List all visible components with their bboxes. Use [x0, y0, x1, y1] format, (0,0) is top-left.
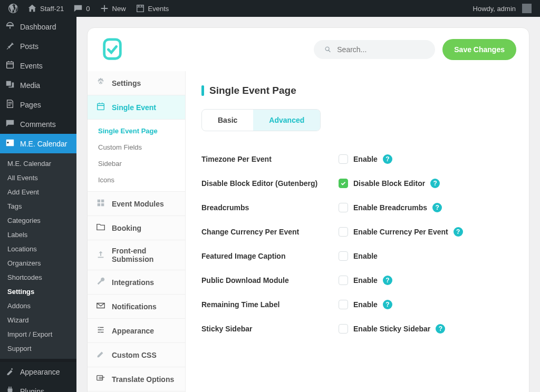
field-label: Remaining Time Label: [201, 300, 339, 309]
settings-nav-single-event[interactable]: Single Event: [88, 95, 185, 120]
wp-sub-categories[interactable]: Categories: [0, 213, 76, 228]
settings-nav-custom-css[interactable]: Custom CSS: [88, 343, 185, 367]
settings-nav-label: Front-end Submission: [112, 247, 177, 263]
wp-menu-comments[interactable]: Comments: [0, 114, 76, 134]
pin-icon: [5, 41, 15, 52]
plugins-icon: [5, 386, 15, 392]
settings-nav-integrations[interactable]: Integrations: [88, 270, 185, 295]
help-icon[interactable]: ?: [383, 154, 392, 164]
checkbox[interactable]: [339, 154, 348, 164]
wp-sub-add-event[interactable]: Add Event: [0, 185, 76, 199]
field-control: Enable Currency Per Event?: [339, 227, 463, 237]
wp-menu-label: Comments: [20, 120, 56, 129]
calendar-icon: [136, 4, 145, 13]
search-box[interactable]: [314, 40, 435, 59]
checkbox[interactable]: [339, 300, 348, 309]
search-icon: [324, 45, 332, 54]
wp-menu-label: Appearance: [20, 368, 60, 376]
wp-sub-all-events[interactable]: All Events: [0, 171, 76, 185]
wp-sub-locations[interactable]: Locations: [0, 242, 76, 256]
wp-menu-m-e-calendar[interactable]: M.E. Calendar: [0, 134, 76, 153]
settings-nav-translate-options[interactable]: Translate Options: [88, 367, 185, 391]
settings-subnav-icons[interactable]: Icons: [88, 172, 185, 188]
site-name-link[interactable]: Staff-21: [23, 0, 68, 17]
field-label: Change Currency Per Event: [201, 228, 339, 236]
wp-sub-organizers[interactable]: Organizers: [0, 256, 76, 270]
settings-subnav-custom-fields[interactable]: Custom Fields: [88, 139, 185, 155]
sliders-icon: [96, 325, 105, 336]
save-changes-button[interactable]: Save Changes: [442, 39, 516, 60]
help-icon[interactable]: ?: [430, 179, 440, 188]
folder-icon: [96, 222, 105, 233]
wp-sub-support[interactable]: Support: [0, 341, 76, 356]
checkbox[interactable]: [339, 324, 348, 334]
field-row: Featured Image CaptionEnable: [201, 244, 513, 268]
checkbox-label: Enable: [353, 155, 378, 163]
new-link[interactable]: New: [95, 0, 130, 17]
svg-rect-6: [101, 200, 104, 202]
wp-menu-media[interactable]: Media: [0, 75, 76, 95]
comments-link[interactable]: 0: [69, 0, 94, 17]
checkbox[interactable]: [339, 227, 348, 237]
checkbox[interactable]: [339, 179, 348, 188]
panel-header-right: Save Changes: [314, 39, 516, 60]
wp-sub-addons[interactable]: Addons: [0, 299, 76, 313]
settings-nav-booking[interactable]: Booking: [88, 216, 185, 240]
help-icon[interactable]: ?: [436, 324, 445, 334]
svg-point-9: [99, 327, 100, 328]
wp-sub-shortcodes[interactable]: Shortcodes: [0, 270, 76, 285]
wp-sub-import-export[interactable]: Import / Export: [0, 327, 76, 341]
wp-sub-labels[interactable]: Labels: [0, 228, 76, 242]
search-input[interactable]: [337, 45, 425, 54]
settings-nav-event-modules[interactable]: Event Modules: [88, 192, 185, 216]
settings-subnav-sidebar[interactable]: Sidebar: [88, 155, 185, 172]
wp-menu-posts[interactable]: Posts: [0, 36, 76, 56]
wp-menu-appearance[interactable]: Appearance: [0, 362, 76, 381]
main-wrap: DashboardPostsEventsMediaPagesCommentsM.…: [0, 17, 540, 392]
grid-icon: [96, 198, 105, 209]
help-icon[interactable]: ?: [383, 276, 392, 285]
svg-rect-5: [98, 200, 100, 202]
howdy-link[interactable]: Howdy, admin: [469, 0, 536, 17]
help-icon[interactable]: ?: [432, 203, 442, 212]
wp-menu-plugins[interactable]: Plugins: [0, 381, 76, 392]
settings-nav-notifications[interactable]: Notifications: [88, 295, 185, 319]
media-icon: [5, 80, 15, 91]
svg-rect-7: [98, 203, 100, 206]
settings-nav-appearance[interactable]: Appearance: [88, 319, 185, 343]
field-control: Enable Breadcrumbs?: [339, 203, 442, 212]
wp-menu-pages[interactable]: Pages: [0, 95, 76, 114]
page-title: Single Event Page: [209, 85, 296, 96]
checkbox[interactable]: [339, 203, 348, 212]
wp-menu-events[interactable]: Events: [0, 56, 76, 75]
plus-icon: [100, 4, 109, 13]
dashboard-icon: [5, 21, 15, 32]
tab-advanced[interactable]: Advanced: [253, 110, 320, 131]
checkbox[interactable]: [339, 276, 348, 285]
field-label: Public Download Module: [201, 276, 339, 285]
help-icon[interactable]: ?: [454, 227, 463, 237]
field-label: Breadcrumbs: [201, 203, 339, 212]
events-link[interactable]: Events: [131, 0, 173, 17]
wp-sub-wizard[interactable]: Wizard: [0, 313, 76, 327]
tabs: BasicAdvanced: [201, 109, 321, 131]
help-icon[interactable]: ?: [383, 300, 392, 309]
settings-panel: Save Changes SettingsSingle EventSingle …: [87, 27, 529, 392]
wp-menu-dashboard[interactable]: Dashboard: [0, 17, 76, 36]
svg-rect-0: [7, 62, 14, 68]
wp-sub-settings[interactable]: Settings: [0, 285, 76, 299]
comment-count: 0: [86, 5, 90, 13]
pencil-icon: [96, 349, 105, 360]
pages-icon: [5, 99, 15, 110]
avatar: [522, 4, 532, 13]
tab-basic[interactable]: Basic: [202, 110, 253, 131]
settings-subnav-single-event-page[interactable]: Single Event Page: [88, 123, 185, 139]
wp-sub-m-e-calendar[interactable]: M.E. Calendar: [0, 156, 76, 171]
wp-sub-tags[interactable]: Tags: [0, 199, 76, 213]
svg-rect-12: [97, 376, 103, 380]
settings-nav-front-end-submission[interactable]: Front-end Submission: [88, 240, 185, 270]
checkbox[interactable]: [339, 251, 348, 261]
field-label: Featured Image Caption: [201, 252, 339, 260]
settings-nav-settings[interactable]: Settings: [88, 71, 185, 95]
wp-logo[interactable]: [4, 0, 22, 17]
